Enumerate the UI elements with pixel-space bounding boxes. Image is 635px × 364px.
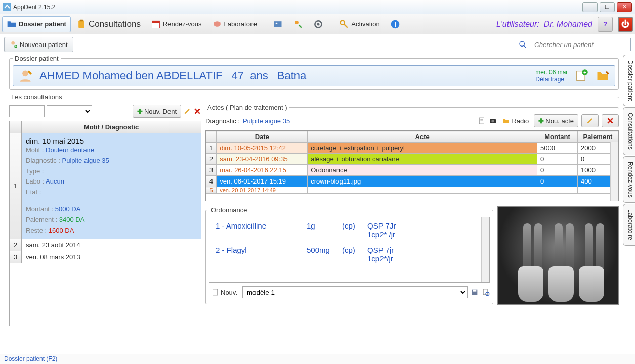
acte-row-selected[interactable]: 4ven. 06-01-2017 15:19crown-blog11.jpg04… [206,176,618,187]
camera-icon[interactable] [489,117,497,125]
svg-point-16 [520,41,524,46]
delete-icon [606,117,614,125]
folder-icon [7,19,17,29]
nav-laboratoire[interactable]: Laboratoire [207,16,262,32]
ordonnance-fieldset: Ordonnance 1 - Amoxicilline1g(cp)QSP 7Jr… [205,206,493,304]
svg-rect-1 [78,20,84,28]
svg-point-17 [22,71,28,77]
consult-row[interactable]: 1 dim. 10 mai 2015 Motif : Douleur denta… [10,133,201,239]
svg-text:+: + [583,69,586,75]
next-appt-link[interactable]: Détartrage [535,76,564,83]
patient-city: Batna [277,69,307,82]
nav-help[interactable]: i [386,16,405,32]
svg-point-13 [11,41,15,45]
dossier-fieldset: Dossier patient AHMED Mohamed ben ABDELL… [9,55,619,90]
svg-rect-5 [274,21,282,27]
note-icon[interactable] [478,117,486,125]
consult-row[interactable]: 2 sam. 23 août 2014 [10,239,201,251]
window-title: AppDent 2.15.2 [3,3,582,11]
ordonnance-legend: Ordonnance [209,206,249,214]
new-dent-button[interactable]: ✚Nouv. Dent [133,105,181,118]
clipboard-icon [76,19,87,29]
ord-model-select[interactable]: modèle 1 [242,286,468,298]
dossier-legend: Dossier patient [13,55,61,62]
window-close[interactable]: ✕ [617,2,632,12]
print-preview-icon[interactable] [482,288,490,296]
svg-rect-24 [213,289,217,295]
ord-new-button[interactable]: Nouv. [209,286,239,299]
tool-settings[interactable] [309,16,328,32]
sub-toolbar: + Nouveau patient [0,34,635,55]
actes-legend: Actes ( Plan de traitement ) [205,104,289,111]
acte-row[interactable]: 1dim. 10-05-2015 12:42curetage + extirpa… [206,143,618,154]
patient-avatar-icon [18,69,32,83]
svg-text:+: + [15,44,17,48]
patient-name-row: AHMED Mohamed ben ABDELLATIF 47 ans Batn… [39,69,528,82]
window-minimize[interactable]: — [582,2,598,12]
acte-row[interactable]: 3mar. 26-04-2016 22:15Ordonnance01000 [206,165,618,176]
consult-date: dim. 10 mai 2015 [26,136,197,145]
help-button[interactable]: ? [598,17,613,32]
pencil-icon[interactable] [183,107,191,115]
tool-image[interactable] [268,16,287,32]
new-acte-button[interactable]: ✚Nou. acte [534,114,578,127]
side-tabs: Dossier patient Consultations Rendez-vou… [623,55,635,354]
actes-fieldset: Actes ( Plan de traitement ) Diagnostic … [205,104,619,201]
save-icon[interactable] [471,288,479,296]
window-maximize[interactable]: ☐ [600,2,615,12]
svg-point-23 [492,120,494,122]
scrollbar[interactable] [610,142,618,201]
calendar-icon [151,19,161,29]
nav-activation[interactable]: Activation [334,16,384,32]
consultations-fieldset: Les consultations ✚Nouv. Dent [9,93,619,326]
search-icon[interactable] [519,40,527,49]
search-patient-input[interactable] [530,38,631,51]
svg-point-7 [295,21,299,24]
note-add-icon[interactable]: + [574,69,588,83]
folder-yellow-icon[interactable] [596,69,610,83]
consultations-legend: Les consultations [9,93,64,101]
svg-rect-27 [483,289,487,295]
sidetab-labo[interactable]: Laboratoire [623,204,635,246]
consult-row[interactable]: 3 ven. 08 mars 2013 [10,251,201,263]
gear-icon [313,19,323,29]
status-bar: Dossier patient (F2) [0,354,635,364]
radio-button[interactable]: Radio [500,114,531,127]
pencil-icon [586,117,594,125]
consult-num-input[interactable] [9,105,45,117]
consult-table: 1 dim. 10 mai 2015 Motif : Douleur denta… [9,133,201,326]
actes-table: Date Acte Montant Paiement 1dim. 10-05-2… [205,130,619,201]
nav-dossier-patient[interactable]: Dossier patient [2,16,71,32]
edit-acte-button[interactable] [581,114,599,127]
svg-text:i: i [394,21,396,28]
consult-select[interactable] [47,105,92,117]
tool-edit-person[interactable] [288,16,308,32]
next-appointment: mer. 06 mai Détartrage [535,69,567,83]
dentures-icon [212,19,222,29]
delete-acte-button[interactable] [602,114,619,127]
svg-rect-0 [3,3,11,11]
app-icon [3,3,11,11]
key-icon [339,19,349,29]
diagnostic-line: Diagnostic : Pulpite aigue 35 Radio ✚Nou… [205,113,619,130]
nav-consultations[interactable]: Consultations [72,16,145,32]
info-icon: i [390,19,400,29]
delete-icon[interactable] [193,107,201,115]
patient-header: AHMED Mohamed ben ABDELLATIF 47 ans Batn… [13,65,615,86]
sidetab-dossier[interactable]: Dossier patient [623,55,635,106]
sidetab-rdv[interactable]: Rendez-vous [623,156,635,203]
svg-rect-26 [473,290,477,292]
consult-header-row: Motif / Diagnostic [9,121,201,133]
nav-rendezvous[interactable]: Rendez-vous [146,16,206,32]
svg-point-6 [276,22,277,24]
person-edit-icon [293,19,303,29]
new-patient-button[interactable]: + Nouveau patient [4,37,73,52]
scrollbar[interactable] [481,217,489,282]
sidetab-consult[interactable]: Consultations [623,107,635,155]
svg-rect-2 [80,19,83,21]
acte-row[interactable]: 5ven. 20-01-2017 14:49 [206,187,618,194]
power-button[interactable]: ⏻ [618,17,633,32]
patient-name: AHMED Mohamed ben ABDELLATIF [39,69,223,82]
xray-image[interactable] [497,206,619,305]
acte-row[interactable]: 2sam. 23-04-2016 09:35alésage + obturati… [206,154,618,165]
